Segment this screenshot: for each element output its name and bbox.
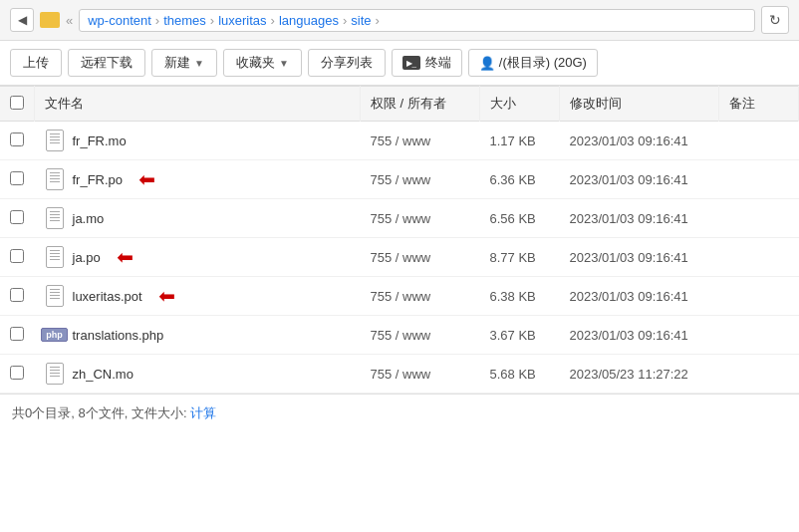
select-all-checkbox[interactable] (10, 96, 24, 110)
terminal-button[interactable]: ▶_ 终端 (392, 49, 462, 77)
doc-icon (46, 168, 64, 190)
table-row: zh_CN.mo755 / www5.68 KB2023/05/23 11:27… (0, 355, 799, 394)
doc-icon (46, 207, 64, 229)
permissions-cell: 755 / www (361, 277, 480, 316)
breadcrumb: wp-content › themes › luxeritas › langua… (79, 9, 755, 32)
permissions-cell: 755 / www (361, 316, 480, 355)
footer-text: 共0个目录, 8个文件, 文件大小: (12, 405, 190, 420)
header-permissions: 权限 / 所有者 (361, 87, 480, 122)
filename-text: fr_FR.po (73, 172, 124, 187)
filename-text: ja.mo (73, 211, 105, 226)
new-button[interactable]: 新建 ▼ (151, 49, 217, 77)
share-list-button[interactable]: 分享列表 (308, 49, 386, 77)
breadcrumb-languages[interactable]: languages (279, 13, 339, 28)
table-row: luxeritas.pot➡755 / www6.38 KB2023/01/03… (0, 277, 799, 316)
file-row-content: zh_CN.mo (45, 362, 351, 386)
size-cell: 5.68 KB (480, 355, 560, 394)
favorites-button[interactable]: 收藏夹 ▼ (223, 49, 302, 77)
doc-icon (46, 285, 64, 307)
modified-cell: 2023/01/03 09:16:41 (560, 316, 719, 355)
breadcrumb-themes[interactable]: themes (163, 13, 206, 28)
table-row: ja.po➡755 / www8.77 KB2023/01/03 09:16:4… (0, 238, 799, 277)
modified-cell: 2023/01/03 09:16:41 (560, 199, 719, 238)
permissions-cell: 755 / www (361, 160, 480, 199)
upload-button[interactable]: 上传 (10, 49, 62, 77)
favorites-dropdown-arrow: ▼ (279, 58, 289, 69)
modified-cell: 2023/01/03 09:16:41 (560, 122, 719, 160)
file-row-content: fr_FR.po➡ (45, 167, 351, 191)
notes-cell (719, 277, 799, 316)
table-row: phptranslations.php755 / www3.67 KB2023/… (0, 316, 799, 355)
table-row: fr_FR.po➡755 / www6.36 KB2023/01/03 09:1… (0, 160, 799, 199)
doc-icon (46, 363, 64, 385)
file-row-content: ja.po➡ (45, 245, 351, 269)
notes-cell (719, 355, 799, 394)
notes-cell (719, 316, 799, 355)
row-checkbox[interactable] (10, 366, 24, 380)
notes-cell (719, 238, 799, 277)
modified-cell: 2023/01/03 09:16:41 (560, 277, 719, 316)
permissions-cell: 755 / www (361, 199, 480, 238)
row-checkbox[interactable] (10, 249, 24, 263)
file-table: 文件名 权限 / 所有者 大小 修改时间 备注 fr_FR.mo755 / ww… (0, 86, 799, 394)
row-checkbox[interactable] (10, 327, 24, 341)
filename-text: zh_CN.mo (73, 367, 133, 382)
size-cell: 6.36 KB (480, 160, 560, 199)
notes-cell (719, 122, 799, 160)
doc-icon (46, 130, 64, 151)
row-checkbox[interactable] (10, 133, 24, 146)
header-filename: 文件名 (35, 87, 361, 122)
size-cell: 1.17 KB (480, 122, 560, 160)
doc-icon (46, 246, 64, 268)
new-dropdown-arrow: ▼ (194, 58, 204, 69)
table-row: ja.mo755 / www6.56 KB2023/01/03 09:16:41 (0, 199, 799, 238)
file-table-wrapper: 文件名 权限 / 所有者 大小 修改时间 备注 fr_FR.mo755 / ww… (0, 86, 799, 394)
row-checkbox[interactable] (10, 210, 24, 224)
folder-icon (40, 12, 60, 28)
breadcrumb-site[interactable]: site (351, 13, 371, 28)
red-arrow-annotation: ➡ (138, 169, 155, 189)
modified-cell: 2023/01/03 09:16:41 (560, 160, 719, 199)
notes-cell (719, 160, 799, 199)
table-row: fr_FR.mo755 / www1.17 KB2023/01/03 09:16… (0, 122, 799, 160)
home-icon: 👤 (479, 56, 495, 71)
permissions-cell: 755 / www (361, 238, 480, 277)
file-row-content: ja.mo (45, 206, 351, 230)
permissions-cell: 755 / www (361, 122, 480, 160)
refresh-button[interactable]: ↻ (761, 6, 789, 34)
size-cell: 6.38 KB (480, 277, 560, 316)
notes-cell (719, 199, 799, 238)
footer: 共0个目录, 8个文件, 文件大小: 计算 (0, 394, 799, 432)
permissions-cell: 755 / www (361, 355, 480, 394)
filename-text: ja.po (73, 250, 101, 265)
breadcrumb-luxeritas[interactable]: luxeritas (218, 13, 266, 28)
modified-cell: 2023/05/23 11:27:22 (560, 355, 719, 394)
row-checkbox[interactable] (10, 288, 24, 302)
header-size: 大小 (480, 87, 560, 122)
terminal-icon: ▶_ (402, 56, 420, 70)
size-cell: 6.56 KB (480, 199, 560, 238)
header-modified: 修改时间 (560, 87, 719, 122)
toolbar: 上传 远程下载 新建 ▼ 收藏夹 ▼ 分享列表 ▶_ 终端 👤 /(根目录) (… (0, 41, 799, 86)
remote-download-button[interactable]: 远程下载 (68, 49, 145, 77)
red-arrow-annotation: ➡ (117, 247, 133, 267)
breadcrumb-wp-content[interactable]: wp-content (88, 13, 151, 28)
row-checkbox[interactable] (10, 171, 24, 185)
filename-text: luxeritas.pot (73, 289, 142, 304)
size-cell: 3.67 KB (480, 316, 560, 355)
calc-link[interactable]: 计算 (190, 405, 216, 420)
modified-cell: 2023/01/03 09:16:41 (560, 238, 719, 277)
file-row-content: fr_FR.mo (45, 129, 351, 152)
back-button[interactable]: ◀ (10, 8, 34, 32)
home-dir-button[interactable]: 👤 /(根目录) (20G) (468, 49, 598, 77)
file-row-content: phptranslations.php (45, 323, 351, 347)
filename-text: translations.php (73, 328, 164, 343)
header-checkbox-cell (0, 87, 35, 122)
address-bar: ◀ « wp-content › themes › luxeritas › la… (0, 0, 799, 41)
filename-text: fr_FR.mo (73, 133, 127, 148)
size-cell: 8.77 KB (480, 238, 560, 277)
header-notes: 备注 (719, 87, 799, 122)
php-icon: php (41, 328, 68, 342)
table-header-row: 文件名 权限 / 所有者 大小 修改时间 备注 (0, 87, 799, 122)
file-row-content: luxeritas.pot➡ (45, 284, 351, 308)
